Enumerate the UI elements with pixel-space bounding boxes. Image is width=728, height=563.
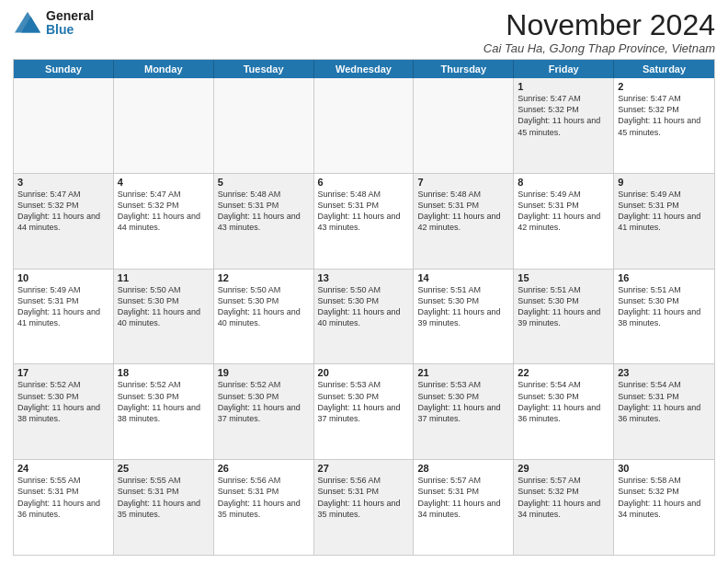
calendar-row: 17Sunrise: 5:52 AM Sunset: 5:30 PM Dayli…: [14, 363, 714, 459]
calendar-cell: 29Sunrise: 5:57 AM Sunset: 5:32 PM Dayli…: [514, 460, 614, 555]
day-number: 9: [618, 177, 711, 188]
cell-sun-info: Sunrise: 5:49 AM Sunset: 5:31 PM Dayligh…: [518, 189, 609, 234]
cell-sun-info: Sunrise: 5:54 AM Sunset: 5:30 PM Dayligh…: [518, 379, 609, 424]
header-right: November 2024 Cai Tau Ha, GJong Thap Pro…: [483, 9, 715, 55]
cell-sun-info: Sunrise: 5:58 AM Sunset: 5:32 PM Dayligh…: [618, 475, 711, 520]
calendar-cell: 28Sunrise: 5:57 AM Sunset: 5:31 PM Dayli…: [414, 460, 514, 555]
day-number: 11: [118, 272, 210, 283]
calendar-row: 10Sunrise: 5:49 AM Sunset: 5:31 PM Dayli…: [14, 269, 714, 364]
weekday-header: Friday: [514, 60, 614, 78]
cell-sun-info: Sunrise: 5:53 AM Sunset: 5:30 PM Dayligh…: [417, 379, 509, 424]
calendar-cell: 13Sunrise: 5:50 AM Sunset: 5:30 PM Dayli…: [314, 270, 415, 364]
calendar-cell: 1Sunrise: 5:47 AM Sunset: 5:32 PM Daylig…: [514, 78, 614, 173]
day-number: 5: [218, 177, 310, 188]
calendar-cell: 26Sunrise: 5:56 AM Sunset: 5:31 PM Dayli…: [214, 460, 314, 555]
calendar-row: 1Sunrise: 5:47 AM Sunset: 5:32 PM Daylig…: [14, 78, 714, 173]
day-number: 21: [417, 367, 509, 378]
location: Cai Tau Ha, GJong Thap Province, Vietnam: [483, 41, 715, 55]
day-number: 3: [17, 177, 109, 188]
cell-sun-info: Sunrise: 5:55 AM Sunset: 5:31 PM Dayligh…: [17, 475, 109, 520]
page: General Blue November 2024 Cai Tau Ha, G…: [0, 0, 728, 563]
day-number: 12: [218, 272, 310, 283]
calendar-header: SundayMondayTuesdayWednesdayThursdayFrid…: [14, 60, 714, 78]
calendar-cell: 22Sunrise: 5:54 AM Sunset: 5:30 PM Dayli…: [514, 364, 614, 459]
cell-sun-info: Sunrise: 5:50 AM Sunset: 5:30 PM Dayligh…: [118, 284, 210, 329]
cell-sun-info: Sunrise: 5:48 AM Sunset: 5:31 PM Dayligh…: [417, 189, 509, 234]
calendar: SundayMondayTuesdayWednesdayThursdayFrid…: [13, 59, 715, 556]
calendar-cell: 11Sunrise: 5:50 AM Sunset: 5:30 PM Dayli…: [114, 270, 214, 364]
calendar-cell: 25Sunrise: 5:55 AM Sunset: 5:31 PM Dayli…: [114, 460, 214, 555]
day-number: 6: [318, 177, 410, 188]
calendar-cell: 5Sunrise: 5:48 AM Sunset: 5:31 PM Daylig…: [214, 174, 314, 269]
calendar-cell: [214, 78, 314, 173]
calendar-cell: 3Sunrise: 5:47 AM Sunset: 5:32 PM Daylig…: [14, 174, 114, 269]
calendar-cell: [114, 78, 214, 173]
calendar-cell: 23Sunrise: 5:54 AM Sunset: 5:31 PM Dayli…: [614, 364, 714, 459]
day-number: 17: [17, 367, 109, 378]
day-number: 7: [417, 177, 509, 188]
day-number: 19: [218, 367, 310, 378]
calendar-cell: 12Sunrise: 5:50 AM Sunset: 5:30 PM Dayli…: [214, 270, 314, 364]
day-number: 10: [17, 272, 109, 283]
logo: General Blue: [13, 9, 94, 38]
day-number: 27: [318, 463, 410, 474]
cell-sun-info: Sunrise: 5:52 AM Sunset: 5:30 PM Dayligh…: [118, 379, 210, 424]
day-number: 24: [17, 463, 109, 474]
cell-sun-info: Sunrise: 5:57 AM Sunset: 5:32 PM Dayligh…: [518, 475, 609, 520]
cell-sun-info: Sunrise: 5:49 AM Sunset: 5:31 PM Dayligh…: [618, 189, 711, 234]
cell-sun-info: Sunrise: 5:52 AM Sunset: 5:30 PM Dayligh…: [17, 379, 109, 424]
weekday-header: Tuesday: [214, 60, 314, 78]
calendar-body: 1Sunrise: 5:47 AM Sunset: 5:32 PM Daylig…: [14, 78, 714, 555]
day-number: 14: [417, 272, 509, 283]
cell-sun-info: Sunrise: 5:52 AM Sunset: 5:30 PM Dayligh…: [218, 379, 310, 424]
day-number: 2: [618, 81, 711, 92]
calendar-cell: 17Sunrise: 5:52 AM Sunset: 5:30 PM Dayli…: [14, 364, 114, 459]
day-number: 18: [118, 367, 210, 378]
weekday-header: Sunday: [14, 60, 114, 78]
day-number: 29: [518, 463, 609, 474]
cell-sun-info: Sunrise: 5:48 AM Sunset: 5:31 PM Dayligh…: [218, 189, 310, 234]
logo-blue: Blue: [46, 23, 94, 37]
calendar-cell: 15Sunrise: 5:51 AM Sunset: 5:30 PM Dayli…: [514, 270, 614, 364]
calendar-cell: 19Sunrise: 5:52 AM Sunset: 5:30 PM Dayli…: [214, 364, 314, 459]
weekday-header: Thursday: [414, 60, 514, 78]
calendar-cell: 8Sunrise: 5:49 AM Sunset: 5:31 PM Daylig…: [514, 174, 614, 269]
calendar-cell: 24Sunrise: 5:55 AM Sunset: 5:31 PM Dayli…: [14, 460, 114, 555]
cell-sun-info: Sunrise: 5:56 AM Sunset: 5:31 PM Dayligh…: [318, 475, 410, 520]
day-number: 8: [518, 177, 609, 188]
logo-text: General Blue: [46, 9, 94, 38]
calendar-row: 24Sunrise: 5:55 AM Sunset: 5:31 PM Dayli…: [14, 459, 714, 555]
month-title: November 2024: [483, 9, 715, 41]
cell-sun-info: Sunrise: 5:47 AM Sunset: 5:32 PM Dayligh…: [618, 93, 711, 138]
day-number: 22: [518, 367, 609, 378]
day-number: 26: [218, 463, 310, 474]
logo-general: General: [46, 9, 94, 23]
cell-sun-info: Sunrise: 5:48 AM Sunset: 5:31 PM Dayligh…: [318, 189, 410, 234]
calendar-cell: [314, 78, 415, 173]
calendar-cell: 20Sunrise: 5:53 AM Sunset: 5:30 PM Dayli…: [314, 364, 415, 459]
calendar-cell: [414, 78, 514, 173]
calendar-cell: 16Sunrise: 5:51 AM Sunset: 5:30 PM Dayli…: [614, 270, 714, 364]
day-number: 30: [618, 463, 711, 474]
cell-sun-info: Sunrise: 5:53 AM Sunset: 5:30 PM Dayligh…: [318, 379, 410, 424]
calendar-row: 3Sunrise: 5:47 AM Sunset: 5:32 PM Daylig…: [14, 173, 714, 269]
day-number: 23: [618, 367, 711, 378]
day-number: 15: [518, 272, 609, 283]
cell-sun-info: Sunrise: 5:50 AM Sunset: 5:30 PM Dayligh…: [218, 284, 310, 329]
day-number: 1: [518, 81, 609, 92]
calendar-cell: [14, 78, 114, 173]
weekday-header: Monday: [114, 60, 214, 78]
cell-sun-info: Sunrise: 5:54 AM Sunset: 5:31 PM Dayligh…: [618, 379, 711, 424]
cell-sun-info: Sunrise: 5:47 AM Sunset: 5:32 PM Dayligh…: [17, 189, 109, 234]
cell-sun-info: Sunrise: 5:47 AM Sunset: 5:32 PM Dayligh…: [118, 189, 210, 234]
day-number: 25: [118, 463, 210, 474]
calendar-cell: 6Sunrise: 5:48 AM Sunset: 5:31 PM Daylig…: [314, 174, 415, 269]
day-number: 16: [618, 272, 711, 283]
cell-sun-info: Sunrise: 5:51 AM Sunset: 5:30 PM Dayligh…: [618, 284, 711, 329]
calendar-cell: 4Sunrise: 5:47 AM Sunset: 5:32 PM Daylig…: [114, 174, 214, 269]
generalblue-logo-icon: [13, 10, 42, 36]
cell-sun-info: Sunrise: 5:47 AM Sunset: 5:32 PM Dayligh…: [518, 93, 609, 138]
cell-sun-info: Sunrise: 5:51 AM Sunset: 5:30 PM Dayligh…: [417, 284, 509, 329]
cell-sun-info: Sunrise: 5:57 AM Sunset: 5:31 PM Dayligh…: [417, 475, 509, 520]
cell-sun-info: Sunrise: 5:50 AM Sunset: 5:30 PM Dayligh…: [318, 284, 410, 329]
